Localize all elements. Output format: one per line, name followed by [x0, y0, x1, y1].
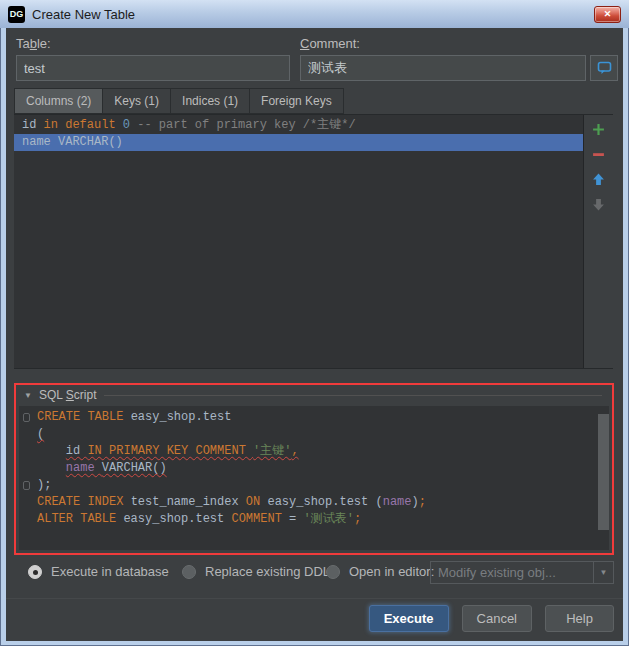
dialog-title: Create New Table	[32, 7, 135, 22]
sql-script-title: SQL Script	[39, 388, 97, 402]
combo-dropdown-arrow-icon[interactable]: ▼	[593, 562, 613, 583]
code-token: easy_shop.test	[131, 410, 232, 424]
title-bar: DG Create New Table ✕	[0, 0, 629, 28]
sql-title-mnemonic: S	[66, 388, 74, 402]
code-token: -- part of primary key /*主键*/	[137, 118, 355, 132]
comment-editor-button[interactable]	[590, 55, 618, 81]
dialog-content: Table: Comment: Columns (2)Keys (1)Indic…	[6, 28, 623, 641]
code-token: ;	[419, 495, 426, 509]
tab-indices-1[interactable]: Indices (1)	[171, 88, 250, 114]
tab-foreign-keys[interactable]: Foreign Keys	[250, 88, 344, 114]
comment-label: Comment:	[300, 36, 360, 51]
sql-editor-scrollbar[interactable]	[598, 414, 609, 530]
code-token: 0	[123, 118, 137, 132]
sql-editor[interactable]: CREATE TABLE easy_shop.test( id IN PRIMA…	[19, 406, 609, 550]
tab-bar: Columns (2)Keys (1)Indices (1)Foreign Ke…	[14, 88, 344, 114]
code-token: test_name_index	[131, 495, 246, 509]
combo-value: Modify existing obj...	[431, 565, 593, 580]
radio-label: Execute in database	[51, 564, 169, 579]
radio-replace-existing-ddl[interactable]: Replace existing DDL	[182, 564, 330, 579]
table-label-mnemonic: b	[30, 36, 37, 51]
remove-icon	[592, 148, 605, 161]
radio-circle-icon[interactable]	[28, 565, 42, 579]
code-token: (	[375, 495, 382, 509]
sql-line: id IN PRIMARY KEY COMMENT '主键',	[19, 443, 609, 460]
create-new-table-dialog: DG Create New Table ✕ Table: Comment: Co…	[0, 0, 629, 646]
collapse-triangle-icon[interactable]: ▼	[24, 391, 32, 400]
code-token: in	[44, 118, 66, 132]
help-button[interactable]: Help	[545, 605, 614, 632]
table-label-post: le:	[37, 36, 51, 51]
execute-button[interactable]: Execute	[369, 605, 449, 632]
footer-separator	[6, 598, 623, 599]
close-button[interactable]: ✕	[594, 6, 621, 23]
code-token	[37, 461, 66, 475]
add-icon	[592, 123, 605, 136]
comment-bubble-icon	[597, 61, 612, 75]
code-token: id	[22, 118, 44, 132]
code-token: IN PRIMARY KEY COMMENT	[87, 444, 253, 458]
code-token: CREATE INDEX	[37, 495, 131, 509]
sql-line: CREATE INDEX test_name_index ON easy_sho…	[19, 494, 609, 511]
sql-title-pre: SQL	[39, 388, 66, 402]
add-button[interactable]	[591, 121, 607, 137]
code-token: );	[37, 478, 51, 492]
tab-keys-1[interactable]: Keys (1)	[103, 88, 171, 114]
code-token: name	[66, 461, 102, 475]
header-rule	[104, 395, 602, 396]
code-token: ,	[291, 444, 298, 458]
table-name-input[interactable]	[16, 55, 290, 81]
sql-line: name VARCHAR()	[19, 460, 609, 477]
sql-line: CREATE TABLE easy_shop.test	[19, 409, 609, 426]
datagrip-app-icon: DG	[8, 6, 25, 23]
radio-circle-icon[interactable]	[326, 565, 340, 579]
remove-button[interactable]	[591, 146, 607, 162]
radio-execute-in-database[interactable]: Execute in database	[28, 564, 169, 579]
code-token: '测试表'	[303, 512, 353, 526]
table-label-pre: Ta	[16, 36, 30, 51]
code-token: ALTER TABLE	[37, 512, 123, 526]
fold-marker[interactable]	[23, 481, 30, 490]
sql-line: );	[19, 477, 609, 494]
sql-line: (	[19, 426, 609, 443]
columns-editor: id in default 0 -- part of primary key /…	[14, 114, 613, 369]
footer-buttons: ExecuteCancelHelp	[369, 605, 614, 632]
cancel-button[interactable]: Cancel	[462, 605, 532, 632]
tab-columns-2[interactable]: Columns (2)	[14, 88, 103, 114]
move-down-icon	[592, 198, 605, 211]
code-token: CREATE TABLE	[37, 410, 131, 424]
code-token: ;	[354, 512, 361, 526]
radio-circle-icon[interactable]	[182, 565, 196, 579]
radio-label: Replace existing DDL	[205, 564, 330, 579]
code-token: name	[383, 495, 412, 509]
column-row[interactable]: id in default 0 -- part of primary key /…	[14, 117, 583, 134]
code-token: COMMENT	[231, 512, 289, 526]
code-token: id	[66, 444, 88, 458]
fold-marker[interactable]	[23, 413, 30, 422]
code-token: '主键'	[253, 444, 291, 458]
code-token: VARCHAR()	[102, 461, 167, 475]
column-row[interactable]: name VARCHAR()	[14, 134, 583, 151]
move-up-icon	[592, 173, 605, 186]
code-token: name VARCHAR()	[22, 135, 123, 149]
columns-toolbar	[584, 115, 613, 368]
move-down-button[interactable]	[591, 196, 607, 212]
move-up-button[interactable]	[591, 171, 607, 187]
radio-label: Open in editor:	[349, 564, 434, 579]
open-in-editor-combo[interactable]: Modify existing obj... ▼	[430, 561, 614, 584]
code-token: ON	[246, 495, 268, 509]
code-token: =	[289, 512, 303, 526]
code-token: default	[65, 118, 123, 132]
code-token	[37, 444, 66, 458]
comment-label-post: omment:	[309, 36, 360, 51]
sql-title-post: cript	[74, 388, 97, 402]
comment-label-mnemonic: C	[300, 36, 309, 51]
table-label: Table:	[16, 36, 51, 51]
sql-script-section: ▼ SQL Script CREATE TABLE easy_shop.test…	[14, 383, 614, 555]
sql-script-header[interactable]: ▼ SQL Script	[16, 385, 612, 405]
comment-input[interactable]	[300, 55, 586, 81]
code-token: easy_shop.test	[123, 512, 231, 526]
sql-line: ALTER TABLE easy_shop.test COMMENT = '测试…	[19, 511, 609, 528]
code-token: easy_shop.test	[267, 495, 375, 509]
radio-open-in-editor[interactable]: Open in editor:	[326, 564, 434, 579]
